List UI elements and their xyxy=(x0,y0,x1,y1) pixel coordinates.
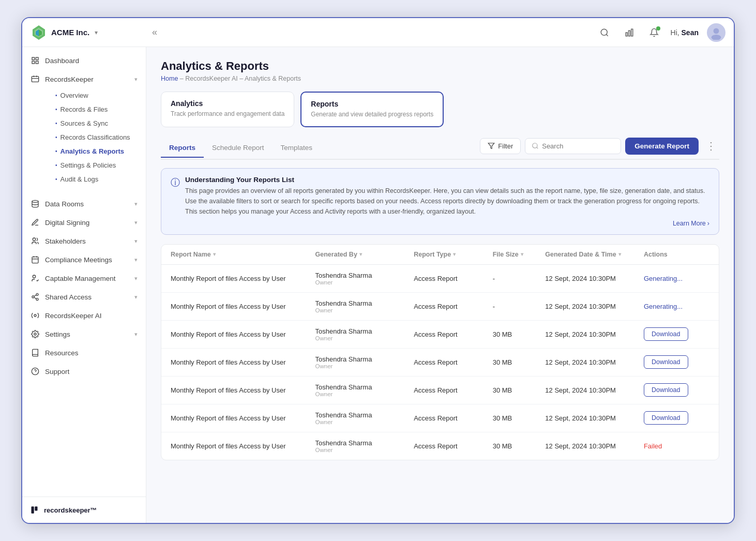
generate-report-button[interactable]: Generate Report xyxy=(625,138,699,155)
company-chevron-icon[interactable]: ▾ xyxy=(95,29,98,36)
svg-rect-32 xyxy=(32,506,34,514)
svg-line-26 xyxy=(34,297,37,299)
search-icon[interactable] xyxy=(596,24,613,41)
footer-logo-text: recordskeeper™ xyxy=(44,506,97,514)
cell-report-type: Access Report xyxy=(414,330,493,338)
digital-signing-label: Digital Signing xyxy=(45,219,89,227)
learn-more-link[interactable]: Learn More › xyxy=(185,220,709,227)
col-date[interactable]: Generated Date & Time ▾ xyxy=(545,251,644,258)
sidebar-item-dashboard[interactable]: Dashboard xyxy=(22,51,146,70)
sort-icon: ▾ xyxy=(213,251,216,257)
more-options-button[interactable]: ⋮ xyxy=(703,138,719,154)
svg-point-10 xyxy=(712,34,721,39)
download-button[interactable]: Download xyxy=(644,383,688,397)
cell-action: Download xyxy=(644,383,709,397)
reports-tab-title: Reports xyxy=(311,100,433,108)
cell-report-name: Monthly Report of files Access by User xyxy=(171,386,315,394)
tab-templates[interactable]: Templates xyxy=(273,140,321,158)
table-row: Monthly Report of files Access by User T… xyxy=(161,404,719,432)
breadcrumb-rk: RecordsKeeper AI xyxy=(185,75,237,82)
cell-report-name: Monthly Report of files Access by User xyxy=(171,414,315,422)
stakeholders-chevron-icon: ▾ xyxy=(134,238,138,245)
table-row: Monthly Report of files Access by User T… xyxy=(161,293,719,321)
sort-icon: ▾ xyxy=(453,251,456,257)
sidebar-item-recordskeeper[interactable]: RecordsKeeper ▾ xyxy=(22,70,146,88)
sidebar-sub-records-classifications[interactable]: Records Classifications xyxy=(39,130,146,144)
sidebar-item-settings[interactable]: Settings ▾ xyxy=(22,325,146,343)
cell-report-name: Monthly Report of files Access by User xyxy=(171,358,315,366)
sidebar: Dashboard RecordsKeeper ▾ Overview Recor… xyxy=(22,47,146,523)
sidebar-item-recordskeeper-ai[interactable]: RecordsKeeper AI xyxy=(22,306,146,325)
download-button[interactable]: Download xyxy=(644,355,688,369)
sidebar-sub-audit-logs[interactable]: Audit & Logs xyxy=(39,172,146,186)
settings-chevron-icon: ▾ xyxy=(134,331,138,338)
card-tab-analytics[interactable]: Analytics Track performance and engageme… xyxy=(161,92,294,127)
col-file-size[interactable]: File Size ▾ xyxy=(493,251,546,258)
sort-icon: ▾ xyxy=(618,251,621,257)
col-generated-by[interactable]: Generated By ▾ xyxy=(315,251,414,258)
cell-generated-by: Toshendra Sharma Owner xyxy=(315,383,414,397)
svg-point-17 xyxy=(33,238,35,241)
resources-label: Resources xyxy=(45,349,79,357)
cell-report-type: Access Report xyxy=(414,414,493,422)
sidebar-item-support[interactable]: Support xyxy=(22,362,146,381)
table-row: Monthly Report of files Access by User T… xyxy=(161,349,719,377)
digital-signing-chevron-icon: ▾ xyxy=(134,219,138,226)
download-button[interactable]: Download xyxy=(644,327,688,341)
filter-button[interactable]: Filter xyxy=(480,138,521,154)
cell-report-name: Monthly Report of files Access by User xyxy=(171,330,315,338)
captable-icon xyxy=(31,274,40,283)
avatar[interactable] xyxy=(707,23,725,42)
info-box: ⓘ Understanding Your Reports List This p… xyxy=(161,168,719,235)
card-tabs: Analytics Track performance and engageme… xyxy=(161,92,719,127)
analytics-icon[interactable] xyxy=(621,24,638,41)
sidebar-sub-analytics-reports[interactable]: Analytics & Reports xyxy=(39,144,146,158)
card-tab-reports[interactable]: Reports Generate and view detailed progr… xyxy=(300,92,444,127)
page-title: Analytics & Reports xyxy=(161,59,719,73)
sidebar-item-digital-signing[interactable]: Digital Signing ▾ xyxy=(22,213,146,232)
reports-table: Report Name ▾ Generated By ▾ Report Type… xyxy=(161,244,719,460)
sidebar-sub-overview[interactable]: Overview xyxy=(39,88,146,102)
info-text: This page provides an overview of all re… xyxy=(185,186,709,217)
col-report-name[interactable]: Report Name ▾ xyxy=(171,251,315,258)
logo-area: ACME Inc. ▾ xyxy=(22,24,146,41)
support-icon xyxy=(31,367,40,376)
cell-action: Download xyxy=(644,411,709,425)
sidebar-item-data-rooms[interactable]: Data Rooms ▾ xyxy=(22,194,146,213)
cell-date: 12 Sept, 2024 10:30PM xyxy=(545,442,644,450)
svg-point-4 xyxy=(601,29,607,35)
sidebar-item-shared-access[interactable]: Shared Access ▾ xyxy=(22,288,146,306)
info-title: Understanding Your Reports List xyxy=(185,176,709,184)
tab-schedule-report[interactable]: Schedule Report xyxy=(204,140,273,158)
cell-action: Failed xyxy=(644,442,709,450)
footer-logo-icon xyxy=(31,505,40,515)
svg-point-25 xyxy=(36,298,38,300)
sidebar-item-resources[interactable]: Resources xyxy=(22,343,146,362)
sidebar-item-captable-management[interactable]: Captable Management ▾ xyxy=(22,269,146,288)
sidebar-collapse-button[interactable]: « xyxy=(146,24,163,41)
captable-label: Captable Management xyxy=(45,275,116,282)
cell-file-size: 30 MB xyxy=(493,414,546,422)
svg-rect-7 xyxy=(628,31,630,36)
search-input[interactable] xyxy=(542,142,614,150)
sidebar-sub-sources-sync[interactable]: Sources & Sync xyxy=(39,116,146,130)
sidebar-sub-settings-policies[interactable]: Settings & Policies xyxy=(39,158,146,172)
cell-file-size: - xyxy=(493,275,546,282)
svg-line-27 xyxy=(34,295,37,296)
cell-date: 12 Sept, 2024 10:30PM xyxy=(545,303,644,310)
tab-reports[interactable]: Reports xyxy=(161,140,204,158)
sidebar-item-stakeholders[interactable]: Stakeholders ▾ xyxy=(22,232,146,250)
svg-rect-33 xyxy=(35,506,37,510)
breadcrumb-home[interactable]: Home xyxy=(161,75,178,82)
download-button[interactable]: Download xyxy=(644,411,688,425)
analytics-reports-label: Analytics & Reports xyxy=(61,147,125,155)
svg-point-29 xyxy=(34,333,36,335)
sidebar-sub-records-files[interactable]: Records & Files xyxy=(39,102,146,116)
sidebar-item-compliance-meetings[interactable]: Compliance Meetings ▾ xyxy=(22,250,146,269)
svg-point-16 xyxy=(32,200,38,202)
cell-file-size: 30 MB xyxy=(493,330,546,338)
cell-report-name: Monthly Report of files Access by User xyxy=(171,442,315,450)
table-body: Monthly Report of files Access by User T… xyxy=(161,265,719,460)
notification-icon[interactable] xyxy=(646,24,662,41)
col-report-type[interactable]: Report Type ▾ xyxy=(414,251,493,258)
